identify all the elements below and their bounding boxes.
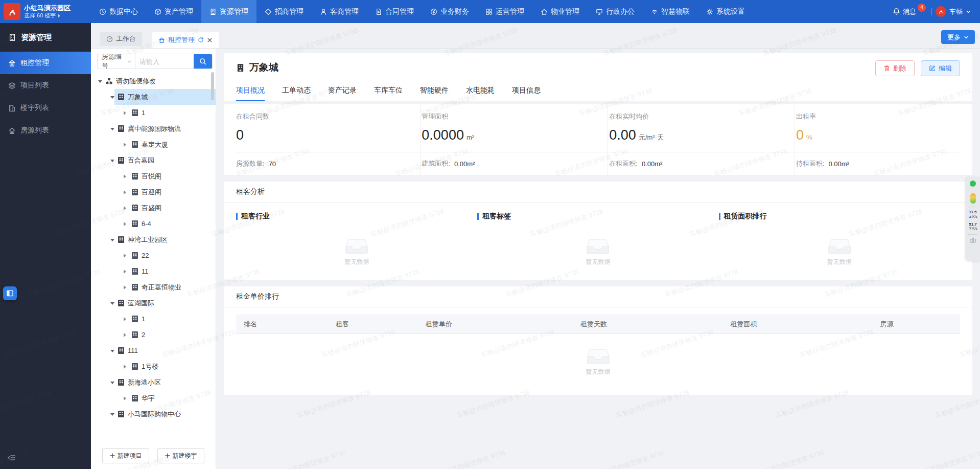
tree-node-building[interactable]: 1号楼 (91, 359, 216, 374)
tab-rent-control[interactable]: 租控管理 (152, 32, 219, 48)
nav-item-asset-mgmt[interactable]: 资产管理 (146, 0, 201, 23)
caret-right-icon[interactable] (124, 174, 128, 178)
caret-down-icon[interactable] (110, 96, 114, 101)
messages-button[interactable]: 消息 4 (893, 7, 927, 16)
user-name: 车畅 (949, 7, 963, 16)
tree-node-building[interactable]: 百盛阁 (91, 200, 216, 216)
nav-item-admin-office[interactable]: 行政办公 (588, 0, 643, 23)
tree-node-building[interactable]: 6-4 (91, 216, 216, 232)
tree-node-root[interactable]: 请勿随便修改 (91, 73, 216, 89)
nav-item-investment[interactable]: 招商管理 (256, 0, 312, 23)
tree-node-project[interactable]: 新海港小区 (91, 374, 216, 390)
tab-workorder-activity[interactable]: 工单动态 (282, 81, 311, 101)
tab-project-overview[interactable]: 项目概况 (236, 81, 265, 101)
tree-node-building[interactable]: 22 (91, 248, 216, 263)
tree-node-project[interactable]: 小马国际购物中心 (91, 406, 216, 422)
edit-button[interactable]: 编辑 (921, 60, 960, 76)
nav-item-finance[interactable]: 业务财务 (422, 0, 477, 23)
park-selector[interactable]: 选择 60 楼宇 (24, 12, 71, 19)
sidebar-item-project-list[interactable]: 项目列表 (0, 74, 91, 97)
new-project-button[interactable]: 新建项目 (102, 448, 149, 463)
tree-node-label: 蓝湖国际 (128, 299, 154, 308)
caret-right-icon[interactable] (124, 143, 128, 147)
tree-node-building[interactable]: 嘉定大厦 (91, 137, 216, 152)
caret-right-icon[interactable] (124, 285, 128, 289)
nav-item-iot[interactable]: 智慧物联 (643, 0, 698, 23)
caret-right-icon[interactable] (124, 333, 128, 337)
tree-node-building[interactable]: 1 (91, 105, 216, 121)
nav-item-resource-mgmt[interactable]: 资源管理 (201, 0, 256, 23)
caret-down-icon[interactable] (110, 128, 114, 132)
nav-item-contract[interactable]: 合同管理 (367, 0, 422, 23)
caret-right-icon[interactable] (124, 222, 128, 226)
caret-down-icon[interactable] (110, 350, 114, 354)
tree-node-project[interactable]: 万象城 (91, 89, 216, 105)
system-monitor-widget[interactable]: 11.5 ▲K/s 51.7 ▼K/s (966, 177, 980, 261)
tree-node-label: 奇正嘉恒物业 (142, 283, 181, 292)
tab-asset-records[interactable]: 资产记录 (328, 81, 357, 101)
sidebar-item-building-list[interactable]: 楼宇列表 (0, 97, 91, 119)
caret-down-icon[interactable] (110, 382, 114, 386)
tab-garage-parking[interactable]: 车库车位 (374, 81, 403, 101)
caret-down-icon[interactable] (110, 302, 114, 307)
caret-right-icon[interactable] (124, 365, 128, 369)
sidebar-item-room-list[interactable]: 房源列表 (0, 119, 91, 142)
tree-scrollbar[interactable] (211, 72, 214, 100)
column-header-unit-price: 租赁单价 (418, 315, 573, 333)
tab-workbench[interactable]: 工作台 (100, 32, 142, 46)
user-menu[interactable]: 车畅 (936, 6, 971, 17)
rent-ranking-table: 排名 租客 租赁单价 租赁天数 租赁面积 房源 暂无数据 (224, 307, 972, 395)
tree-node-building[interactable]: 华宇 (91, 390, 216, 406)
sidebar-item-label: 房源列表 (20, 126, 49, 135)
substat-room-count: 房源数量: 70 (236, 152, 421, 175)
sidebar-collapse-button[interactable] (7, 454, 15, 463)
caret-right-icon[interactable] (124, 190, 128, 194)
caret-down-icon[interactable] (110, 413, 114, 418)
new-building-button[interactable]: 新建楼宇 (157, 448, 204, 463)
download-unit: K/s (972, 227, 977, 230)
tree-node-building[interactable]: 11 (91, 263, 216, 279)
floating-panel-button[interactable] (3, 286, 17, 300)
tree-node-project[interactable]: 冀中能源国际物流 (91, 121, 216, 137)
camera-icon[interactable] (970, 238, 976, 243)
tab-smart-hardware[interactable]: 智能硬件 (420, 81, 449, 101)
refresh-icon[interactable] (198, 37, 204, 43)
nav-item-settings[interactable]: 系统设置 (698, 0, 753, 23)
tab-project-info[interactable]: 项目信息 (512, 81, 541, 101)
tab-utilities[interactable]: 水电能耗 (466, 81, 495, 101)
search-input[interactable] (135, 54, 194, 69)
sidebar-item-label: 楼宇列表 (20, 103, 49, 113)
tree-node-building[interactable]: 百悦阁 (91, 168, 216, 184)
tree-node-project[interactable]: 111 (91, 343, 216, 359)
nav-item-data-center[interactable]: 数据中心 (91, 0, 146, 23)
app-logo (4, 3, 20, 20)
caret-right-icon[interactable] (124, 254, 128, 258)
tree-node-building[interactable]: 奇正嘉恒物业 (91, 279, 216, 295)
left-sidebar: 资源管理 租控管理 项目列表 楼宇列表 房源列表 (0, 23, 91, 469)
tree-node-project[interactable]: 神湾工业园区 (91, 232, 216, 248)
nav-item-property[interactable]: 物业管理 (532, 0, 588, 23)
caret-down-icon[interactable] (110, 160, 114, 164)
caret-down-icon[interactable] (98, 80, 102, 85)
caret-down-icon[interactable] (110, 239, 114, 243)
tree-node-building[interactable]: 1 (91, 311, 216, 327)
caret-right-icon[interactable] (124, 206, 128, 210)
nav-item-merchant[interactable]: 客商管理 (312, 0, 367, 23)
caret-right-icon[interactable] (124, 111, 128, 115)
caret-right-icon[interactable] (124, 317, 128, 321)
sidebar-item-rent-control[interactable]: 租控管理 (0, 52, 91, 74)
caret-right-icon[interactable] (124, 270, 128, 274)
tree-node-building[interactable]: 百迎阁 (91, 184, 216, 200)
tree-node-project[interactable]: 百合嘉园 (91, 152, 216, 168)
nav-item-operations[interactable]: 运营管理 (477, 0, 532, 23)
more-button[interactable]: 更多 (941, 30, 975, 44)
close-tab-icon[interactable] (207, 37, 213, 43)
logo-block[interactable]: 小红马演示园区 选择 60 楼宇 (0, 3, 91, 20)
tree-node-building[interactable]: 2 (91, 327, 216, 343)
search-button[interactable] (194, 54, 212, 69)
arrow-down-icon: ▼ (968, 226, 972, 231)
tree-node-project[interactable]: 蓝湖国际 (91, 295, 216, 311)
caret-right-icon[interactable] (124, 396, 128, 400)
delete-button[interactable]: 删除 (875, 60, 915, 76)
search-field-select[interactable]: 房源编号 (98, 54, 135, 69)
